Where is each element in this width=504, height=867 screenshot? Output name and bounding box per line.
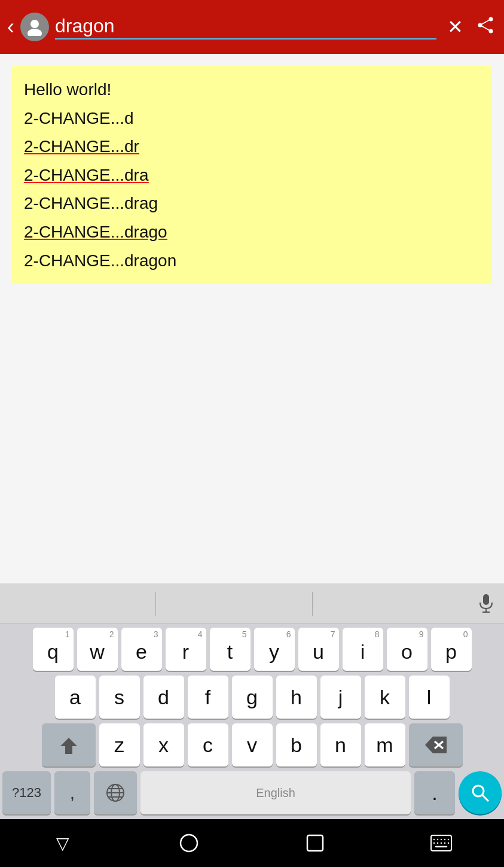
svg-point-0 — [30, 20, 39, 28]
key-b[interactable]: b — [276, 723, 317, 766]
nav-recents-button[interactable] — [297, 825, 333, 861]
svg-rect-7 — [483, 594, 489, 605]
key-p[interactable]: 0p — [431, 628, 472, 671]
comma-key[interactable]: , — [54, 771, 90, 814]
nav-bar: ▽ — [0, 819, 504, 867]
key-z[interactable]: z — [99, 723, 140, 766]
key-y[interactable]: 6y — [254, 628, 295, 671]
share-button[interactable] — [474, 16, 497, 38]
key-a[interactable]: a — [55, 676, 96, 719]
key-v[interactable]: v — [232, 723, 273, 766]
key-j[interactable]: j — [320, 676, 361, 719]
key-t[interactable]: 5t — [210, 628, 251, 671]
result-line-4: 2-CHANGE...dra — [24, 161, 480, 190]
clear-button[interactable]: ✕ — [442, 16, 468, 38]
svg-marker-10 — [60, 738, 77, 752]
key-u[interactable]: 7u — [298, 628, 339, 671]
result-line-3: 2-CHANGE...dr — [24, 132, 480, 161]
key-c[interactable]: c — [188, 723, 228, 766]
space-key[interactable]: English — [140, 771, 411, 814]
keyboard: 1q 2w 3e 4r 5t 6y 7u 8i 9o 0p a s d f g … — [0, 624, 504, 819]
key-f[interactable]: f — [188, 676, 228, 719]
svg-point-1 — [28, 29, 42, 36]
key-o[interactable]: 9o — [387, 628, 427, 671]
key-m[interactable]: m — [365, 723, 405, 766]
num-key[interactable]: ?123 — [2, 771, 51, 814]
key-i[interactable]: 8i — [343, 628, 383, 671]
nav-home-button[interactable] — [171, 825, 207, 861]
svg-rect-11 — [65, 752, 72, 754]
key-s[interactable]: s — [99, 676, 140, 719]
key-r[interactable]: 4r — [166, 628, 206, 671]
key-g[interactable]: g — [232, 676, 273, 719]
back-button[interactable]: ‹ — [7, 14, 14, 39]
period-key[interactable]: . — [414, 771, 455, 814]
avatar[interactable] — [20, 13, 49, 41]
result-line-2: 2-CHANGE...d — [24, 104, 480, 133]
keyboard-bottom-row: ?123 , English . — [2, 771, 502, 814]
suggestion-bar — [0, 583, 504, 624]
suggestion-divider-2 — [312, 592, 313, 616]
nav-back-button[interactable]: ▽ — [45, 825, 81, 861]
svg-rect-22 — [307, 835, 323, 851]
result-line-6: 2-CHANGE...drago — [24, 218, 480, 247]
top-bar: ‹ ✕ — [0, 0, 504, 54]
result-line-1: Hello world! — [24, 75, 480, 104]
input-underline — [55, 38, 436, 39]
key-h[interactable]: h — [276, 676, 317, 719]
key-l[interactable]: l — [409, 676, 450, 719]
results-box: Hello world! 2-CHANGE...d 2-CHANGE...dr … — [12, 66, 492, 284]
key-w[interactable]: 2w — [77, 628, 118, 671]
backspace-key[interactable] — [409, 723, 463, 766]
key-x[interactable]: x — [143, 723, 184, 766]
results-area: Hello world! 2-CHANGE...d 2-CHANGE...dr … — [0, 54, 504, 583]
svg-point-19 — [473, 786, 484, 796]
result-line-5: 2-CHANGE...drag — [24, 189, 480, 218]
search-input-wrap — [55, 15, 436, 39]
key-n[interactable]: n — [320, 723, 361, 766]
suggestion-divider-1 — [155, 592, 156, 616]
keyboard-row-1: 1q 2w 3e 4r 5t 6y 7u 8i 9o 0p — [2, 628, 502, 671]
keyboard-row-3: z x c v b n m — [2, 723, 502, 766]
shift-key[interactable] — [42, 723, 96, 766]
result-line-7: 2-CHANGE...dragon — [24, 247, 480, 275]
svg-point-21 — [181, 835, 197, 851]
key-q[interactable]: 1q — [33, 628, 74, 671]
globe-key[interactable] — [94, 771, 137, 814]
keyboard-row-2: a s d f g h j k l — [2, 676, 502, 719]
nav-keyboard-button[interactable] — [423, 825, 459, 861]
key-k[interactable]: k — [365, 676, 405, 719]
svg-line-5 — [480, 19, 491, 25]
svg-line-20 — [482, 795, 488, 801]
svg-line-6 — [480, 25, 491, 31]
key-e[interactable]: 3e — [121, 628, 162, 671]
search-input[interactable] — [55, 15, 436, 37]
search-button[interactable] — [459, 771, 502, 814]
key-d[interactable]: d — [143, 676, 184, 719]
mic-button[interactable] — [468, 594, 504, 613]
